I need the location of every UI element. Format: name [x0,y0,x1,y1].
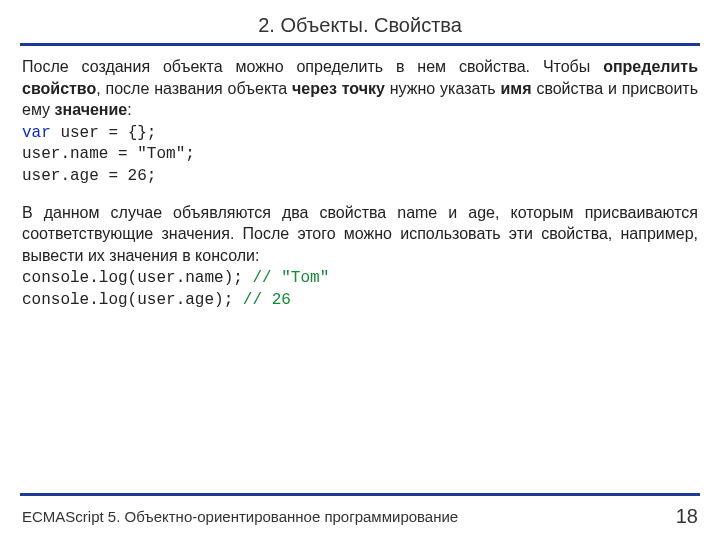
code-block-1: var user = {}; user.name = "Tom"; user.a… [22,123,698,188]
code-text: console.log(user.name); [22,269,252,287]
code-comment: // "Tom" [252,269,329,287]
slide-title: 2. Объекты. Свойства [0,14,720,37]
code-block-2: console.log(user.name); // "Tom" console… [22,268,698,311]
text: нужно указать [385,80,501,97]
text-bold: через точку [292,80,385,97]
code-comment: // 26 [243,291,291,309]
footer-text: ECMAScript 5. Объектно-ориентированное п… [22,508,458,525]
divider-bottom [20,493,700,496]
paragraph-1: После создания объекта можно определить … [22,56,698,121]
slide-content: После создания объекта можно определить … [0,46,720,326]
code-text: console.log(user.age); [22,291,243,309]
page-number: 18 [676,505,698,528]
text: : [127,101,131,118]
text-bold: значение [55,101,128,118]
text: После создания объекта можно определить … [22,58,603,75]
paragraph-2: В данном случае объявляются два свойства… [22,202,698,267]
code-keyword: var [22,124,51,142]
footer: ECMAScript 5. Объектно-ориентированное п… [22,505,698,528]
text-bold: имя [501,80,532,97]
text: , после названия объекта [96,80,292,97]
